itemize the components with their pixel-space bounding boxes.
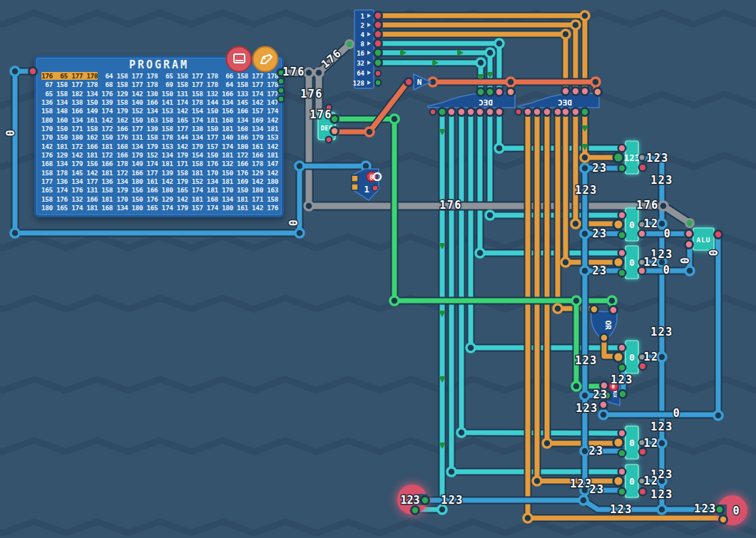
circuit-canvas[interactable]: PROGRAM 176 65 177 178 64 158 177 178 65…	[0, 0, 756, 538]
program-row[interactable]: 177 136 134 177 136 134 180 161 142 179 …	[41, 177, 282, 186]
program-row[interactable]: 136 134 138 150 139 158 140 166 141 174 …	[41, 98, 282, 107]
program-row[interactable]: 158 148 166 149 174 179 152 134 153 142 …	[41, 107, 282, 115]
program-row[interactable]: 165 174 176 131 158 179 156 166 180 165 …	[41, 186, 282, 195]
program-memory-grid: 176 65 177 178 64 158 177 178 65 158 177…	[41, 72, 282, 213]
program-row[interactable]: 170 150 171 158 172 166 177 139 158 177 …	[41, 125, 282, 133]
program-title: PROGRAM	[36, 58, 282, 71]
program-row[interactable]: 168 134 179 156 166 178 149 174 181 171 …	[41, 160, 282, 168]
program-row[interactable]: 176 65 177 178 64 158 177 178 65 158 177…	[41, 72, 282, 81]
program-memory-panel[interactable]: PROGRAM 176 65 177 178 64 158 177 178 65…	[34, 56, 284, 217]
program-row[interactable]: 180 160 134 161 142 162 150 163 158 165 …	[41, 116, 282, 125]
program-highlight-cells: 176 65 177 178	[41, 72, 98, 80]
program-row[interactable]: 170 150 180 162 150 176 131 158 178 144 …	[41, 133, 282, 142]
program-row[interactable]: 65 158 182 134 176 129 142 130 150 131 1…	[41, 90, 282, 98]
program-row[interactable]: 158 178 145 142 181 172 166 177 139 158 …	[41, 169, 282, 177]
program-row-values: 64 158 177 178 65 158 177 178 66 158 177…	[98, 72, 278, 80]
program-row[interactable]: 67 158 177 178 68 158 177 178 69 158 177…	[41, 81, 282, 89]
program-row[interactable]: 142 181 172 166 181 168 134 179 153 142 …	[41, 143, 282, 151]
program-row[interactable]: 158 176 132 166 181 170 150 176 129 142 …	[41, 195, 282, 204]
program-row[interactable]: 176 129 142 181 172 166 179 152 134 179 …	[41, 151, 282, 160]
program-row[interactable]: 180 165 174 181 168 134 180 165 174 179 …	[41, 204, 282, 212]
